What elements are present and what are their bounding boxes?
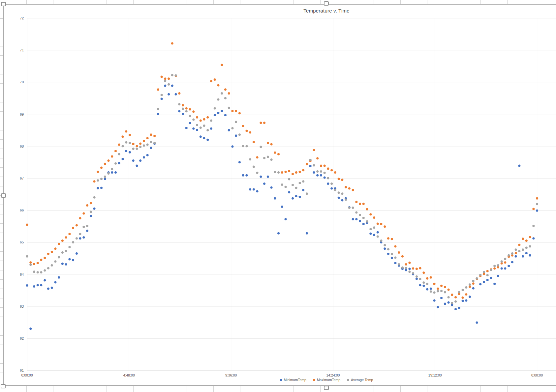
data-point[interactable] — [501, 260, 503, 263]
data-point[interactable] — [292, 184, 294, 186]
data-point[interactable] — [433, 283, 436, 285]
data-point[interactable] — [391, 257, 393, 259]
data-point[interactable] — [274, 171, 276, 173]
data-point[interactable] — [260, 146, 262, 148]
data-point[interactable] — [65, 236, 67, 238]
data-point[interactable] — [82, 226, 85, 228]
data-point[interactable] — [114, 171, 117, 174]
data-point[interactable] — [33, 263, 35, 265]
data-point[interactable] — [79, 237, 81, 239]
data-point[interactable] — [352, 218, 354, 220]
data-point[interactable] — [129, 151, 131, 154]
data-point[interactable] — [168, 83, 170, 86]
data-point[interactable] — [221, 92, 223, 95]
data-point[interactable] — [416, 278, 418, 280]
data-point[interactable] — [277, 171, 280, 174]
data-point[interactable] — [238, 161, 241, 163]
data-point[interactable] — [394, 257, 396, 259]
data-point[interactable] — [504, 258, 506, 260]
data-point[interactable] — [366, 220, 368, 223]
data-point[interactable] — [111, 171, 113, 174]
data-point[interactable] — [263, 122, 265, 124]
data-point[interactable] — [511, 261, 513, 263]
data-point[interactable] — [29, 327, 32, 330]
data-point[interactable] — [82, 212, 85, 214]
data-point[interactable] — [104, 176, 106, 178]
data-point[interactable] — [454, 296, 457, 298]
data-point[interactable] — [189, 108, 191, 111]
data-point[interactable] — [448, 301, 450, 304]
data-point[interactable] — [341, 199, 343, 202]
data-point[interactable] — [249, 131, 251, 134]
data-point[interactable] — [295, 171, 297, 174]
data-point[interactable] — [422, 271, 425, 274]
data-point[interactable] — [114, 162, 117, 165]
data-point[interactable] — [334, 189, 336, 191]
data-point[interactable] — [384, 225, 386, 228]
data-point[interactable] — [86, 204, 88, 207]
data-point[interactable] — [313, 164, 315, 167]
data-point[interactable] — [33, 270, 35, 273]
data-point[interactable] — [298, 171, 301, 173]
data-point[interactable] — [29, 264, 32, 266]
data-point[interactable] — [150, 141, 152, 143]
data-point[interactable] — [185, 110, 188, 112]
data-point[interactable] — [164, 80, 166, 82]
data-point[interactable] — [341, 179, 343, 181]
data-point[interactable] — [58, 256, 60, 259]
data-point[interactable] — [203, 118, 205, 121]
data-point[interactable] — [525, 239, 528, 242]
data-point[interactable] — [469, 295, 471, 298]
data-point[interactable] — [497, 275, 499, 277]
data-point[interactable] — [206, 116, 209, 119]
data-point[interactable] — [121, 135, 124, 138]
data-point[interactable] — [214, 107, 216, 110]
data-point[interactable] — [444, 286, 446, 288]
data-point[interactable] — [136, 148, 138, 150]
legend[interactable]: MinimumTempMaximumTempAverage Temp — [0, 378, 556, 382]
data-point[interactable] — [65, 250, 67, 252]
data-point[interactable] — [267, 155, 269, 158]
data-point[interactable] — [501, 267, 503, 270]
data-point[interactable] — [146, 137, 149, 139]
data-point[interactable] — [29, 261, 32, 264]
data-point[interactable] — [486, 270, 489, 272]
data-point[interactable] — [76, 252, 78, 255]
data-point[interactable] — [440, 290, 443, 292]
data-point[interactable] — [58, 276, 60, 279]
data-point[interactable] — [245, 174, 248, 177]
data-point[interactable] — [256, 172, 259, 174]
data-point[interactable] — [200, 120, 202, 122]
data-point[interactable] — [61, 263, 64, 265]
data-point[interactable] — [302, 189, 304, 191]
data-point[interactable] — [118, 143, 120, 146]
data-point[interactable] — [192, 127, 195, 130]
data-point[interactable] — [210, 80, 212, 82]
data-point[interactable] — [391, 253, 393, 255]
data-point[interactable] — [384, 244, 386, 246]
data-point[interactable] — [486, 274, 489, 276]
data-point[interactable] — [118, 153, 120, 155]
data-point[interactable] — [72, 259, 74, 261]
data-point[interactable] — [483, 281, 485, 283]
data-point[interactable] — [359, 220, 361, 222]
data-point[interactable] — [448, 296, 450, 298]
data-point[interactable] — [327, 167, 329, 170]
data-point[interactable] — [231, 127, 233, 129]
data-point[interactable] — [465, 299, 467, 302]
data-point[interactable] — [313, 171, 315, 174]
data-point[interactable] — [345, 186, 347, 188]
data-point[interactable] — [196, 129, 198, 131]
data-point[interactable] — [33, 285, 35, 288]
data-point[interactable] — [171, 74, 173, 76]
data-point[interactable] — [373, 216, 375, 219]
data-point[interactable] — [479, 274, 481, 276]
data-point[interactable] — [412, 267, 414, 270]
data-point[interactable] — [288, 178, 290, 180]
data-point[interactable] — [338, 178, 340, 180]
data-point[interactable] — [111, 168, 113, 170]
data-point[interactable] — [136, 145, 138, 147]
data-point[interactable] — [522, 255, 524, 258]
data-point[interactable] — [182, 113, 184, 115]
data-point[interactable] — [302, 180, 304, 182]
